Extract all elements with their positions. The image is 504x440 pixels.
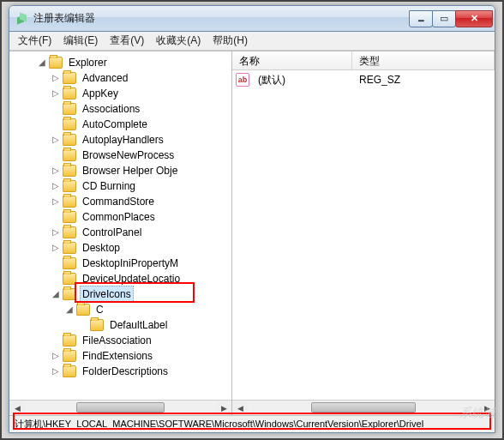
- folder-icon: [63, 134, 76, 146]
- tree-node[interactable]: DesktopIniPropertyM: [13, 256, 231, 271]
- tree-node[interactable]: CommonPlaces: [13, 209, 231, 225]
- expand-icon[interactable]: ▷: [51, 163, 61, 178]
- expand-icon[interactable]: ▷: [51, 225, 61, 240]
- expand-icon[interactable]: ▷: [51, 70, 61, 86]
- tree-node[interactable]: DeviceUpdateLocatio: [13, 271, 231, 286]
- folder-icon: [63, 196, 76, 208]
- menubar: 文件(F) 编辑(E) 查看(V) 收藏夹(A) 帮助(H): [9, 32, 495, 51]
- tree-h-scrollbar[interactable]: ◀ ▶: [9, 400, 231, 415]
- tree-node[interactable]: ▷AppKey: [13, 86, 231, 101]
- folder-icon: [76, 304, 90, 316]
- tree-node[interactable]: AutoComplete: [13, 117, 231, 132]
- close-button[interactable]: [455, 10, 493, 27]
- value-row[interactable]: (默认) REG_SZ: [236, 72, 491, 87]
- tree-node[interactable]: ▷FolderDescriptions: [13, 364, 231, 379]
- expand-icon[interactable]: ▷: [51, 178, 61, 194]
- key-tree-pane: ◢ Explorer ▷Advanced ▷AppKey Association…: [9, 51, 232, 415]
- column-name[interactable]: 名称: [232, 51, 352, 69]
- menu-fav[interactable]: 收藏夹(A): [151, 32, 206, 50]
- folder-icon: [63, 242, 76, 254]
- tree-node[interactable]: ▷CD Burning: [13, 178, 231, 194]
- string-value-icon: [236, 73, 249, 87]
- expand-icon[interactable]: ▷: [51, 240, 61, 256]
- tree-node[interactable]: Associations: [13, 101, 231, 117]
- folder-icon: [63, 118, 76, 130]
- folder-icon: [63, 335, 76, 347]
- expand-icon[interactable]: ◢: [51, 286, 61, 302]
- tree-node-c[interactable]: ◢C: [13, 302, 231, 317]
- expand-icon[interactable]: ▷: [51, 132, 61, 148]
- key-tree[interactable]: ◢ Explorer ▷Advanced ▷AppKey Association…: [9, 51, 231, 400]
- folder-icon: [63, 103, 76, 115]
- tree-node-explorer[interactable]: ◢ Explorer: [13, 55, 231, 70]
- regedit-icon: [15, 12, 28, 26]
- scroll-right-icon[interactable]: ▶: [216, 401, 231, 415]
- menu-view[interactable]: 查看(V): [105, 32, 149, 50]
- folder-icon: [90, 319, 104, 331]
- folder-icon: [63, 87, 76, 99]
- tree-node[interactable]: ▷AutoplayHandlers: [13, 132, 231, 148]
- scroll-thumb[interactable]: [76, 402, 165, 413]
- expand-icon[interactable]: ▷: [51, 348, 61, 364]
- folder-icon: [63, 350, 76, 362]
- tree-node[interactable]: ▷CommandStore: [13, 194, 231, 209]
- tree-node[interactable]: ▷Desktop: [13, 240, 231, 256]
- folder-icon: [49, 57, 63, 69]
- folder-icon: [63, 365, 76, 377]
- folder-icon: [63, 165, 76, 177]
- scroll-left-icon[interactable]: ◀: [9, 401, 25, 415]
- maximize-button[interactable]: [432, 10, 456, 27]
- expand-icon[interactable]: ◢: [64, 302, 75, 317]
- scroll-left-icon[interactable]: ◀: [232, 401, 248, 415]
- watermark: 系统域: [459, 406, 495, 421]
- tree-node[interactable]: ▷Advanced: [13, 70, 231, 86]
- tree-node-default-label[interactable]: DefaultLabel: [13, 317, 231, 333]
- tree-node[interactable]: ▷Browser Helper Obje: [13, 163, 231, 178]
- folder-icon: [63, 72, 76, 84]
- value-name: (默认): [253, 73, 354, 87]
- menu-edit[interactable]: 编辑(E): [58, 32, 103, 50]
- folder-icon: [63, 226, 76, 238]
- tree-node[interactable]: ▷ControlPanel: [13, 225, 231, 240]
- window-title: 注册表编辑器: [33, 11, 410, 26]
- minimize-button[interactable]: [409, 10, 433, 27]
- folder-icon: [63, 211, 76, 223]
- value-type: REG_SZ: [354, 74, 405, 86]
- folder-icon: [63, 149, 76, 161]
- tree-node[interactable]: BrowseNewProcess: [13, 148, 231, 163]
- column-type[interactable]: 类型: [352, 51, 495, 69]
- value-list-pane: 名称 类型 (默认) REG_SZ ◀ ▶: [232, 51, 495, 415]
- expand-icon[interactable]: ▷: [51, 194, 61, 209]
- column-headers: 名称 类型: [232, 51, 495, 70]
- statusbar: 计算机\HKEY_LOCAL_MACHINE\SOFTWARE\Microsof…: [9, 415, 495, 432]
- menu-help[interactable]: 帮助(H): [207, 32, 253, 50]
- scroll-thumb[interactable]: [311, 402, 416, 413]
- menu-file[interactable]: 文件(F): [13, 32, 57, 50]
- registry-editor-window: 注册表编辑器 文件(F) 编辑(E) 查看(V) 收藏夹(A) 帮助(H) ◢: [9, 5, 495, 433]
- folder-icon: [63, 288, 76, 300]
- titlebar[interactable]: 注册表编辑器: [9, 6, 495, 32]
- expand-icon[interactable]: ▷: [51, 364, 61, 379]
- folder-icon: [63, 257, 76, 269]
- tree-node-drive-icons[interactable]: ◢DriveIcons: [13, 286, 231, 302]
- tree-node[interactable]: FileAssociation: [13, 333, 231, 348]
- folder-icon: [63, 273, 76, 285]
- value-list[interactable]: (默认) REG_SZ: [232, 70, 495, 400]
- expand-icon[interactable]: ▷: [51, 86, 61, 101]
- expand-icon[interactable]: ◢: [37, 55, 47, 70]
- status-path: 计算机\HKEY_LOCAL_MACHINE\SOFTWARE\Microsof…: [15, 418, 424, 431]
- tree-node[interactable]: ▷FindExtensions: [13, 348, 231, 364]
- folder-icon: [63, 180, 76, 192]
- list-h-scrollbar[interactable]: ◀ ▶: [232, 400, 495, 415]
